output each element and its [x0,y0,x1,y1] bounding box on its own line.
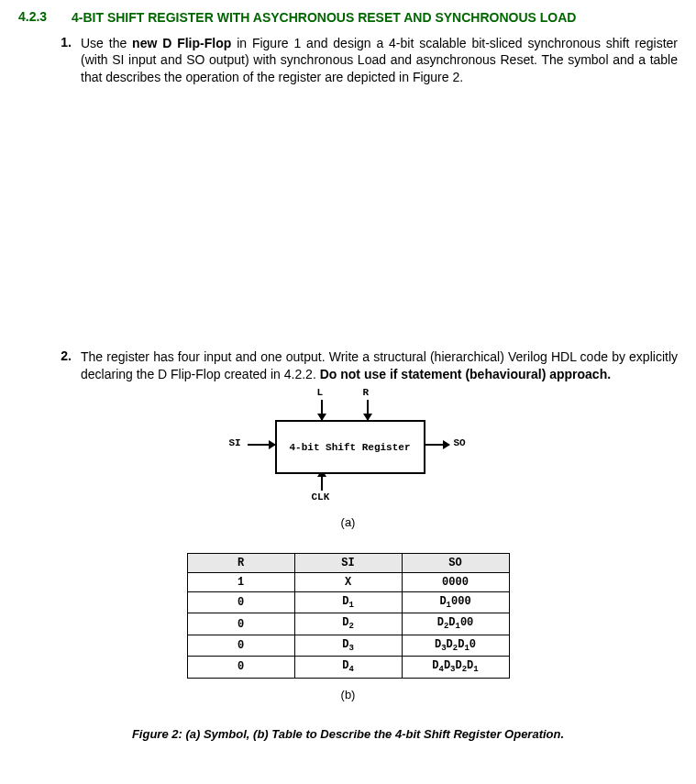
table-cell: D4D3D2D1 [402,657,509,678]
arrow-l [321,400,323,420]
arrow-so [422,444,449,446]
table-cell: 0 [187,613,294,635]
text: Use the [81,36,132,50]
label-si: SI [229,437,241,448]
label-clk: CLK [312,491,330,502]
table-cell: 0 [187,635,294,656]
section-number: 4.2.3 [18,9,72,24]
item-body: The register has four input and one outp… [81,348,678,383]
table-cell: D2 [294,613,402,635]
table-cell: D3D2D10 [402,635,509,656]
table-cell: 0 [187,657,294,678]
sublabel-b: (b) [341,688,356,701]
page: 4.2.3 4-BIT SHIFT REGISTER WITH ASYCHRON… [0,0,696,759]
table-row: 0D4D4D3D2D1 [187,657,509,678]
table-cell: D4 [294,657,402,678]
table-row: 0D3D3D2D10 [187,635,509,656]
arrow-r [367,400,369,420]
list-item-1: 1. Use the new D Flip-Flop in Figure 1 a… [18,35,678,87]
item-body: Use the new D Flip-Flop in Figure 1 and … [81,35,678,87]
bold-text: Do not use if statement (behavioural) ap… [320,367,611,381]
vertical-gap [18,92,678,348]
item-number: 1. [18,35,81,50]
label-r: R [363,387,370,398]
table-row: 0D1D1000 [187,592,509,613]
bold-text: new D Flip-Flop [132,36,231,50]
sublabel-a: (a) [341,515,356,529]
register-box: 4-bit Shift Register [275,420,425,474]
section-heading: 4.2.3 4-BIT SHIFT REGISTER WITH ASYCHRON… [18,9,678,28]
table-cell: 1 [187,573,294,592]
list-item-2: 2. The register has four input and one o… [18,348,678,383]
th-r: R [187,554,294,573]
table-cell: D1 [294,592,402,613]
table-cell: D3 [294,635,402,656]
arrow-si [248,444,275,446]
figure-2: L R SI SO CLK 4-bit Shift Register (a) R… [18,392,678,741]
th-so: SO [402,554,509,573]
table-row: 1X0000 [187,573,509,592]
figure-caption: Figure 2: (a) Symbol, (b) Table to Descr… [132,727,564,741]
truth-table: R SI SO 1X00000D1D10000D2D2D1000D3D3D2D1… [187,553,510,679]
item-number: 2. [18,348,81,363]
label-so: SO [454,437,466,448]
table-cell: D1000 [402,592,509,613]
label-l: L [317,387,324,398]
table-row: 0D2D2D100 [187,613,509,635]
table-cell: 0 [187,592,294,613]
table-cell: 0000 [402,573,509,592]
table-cell: D2D100 [402,613,509,635]
th-si: SI [294,554,402,573]
block-diagram: L R SI SO CLK 4-bit Shift Register [238,392,458,512]
table-cell: X [294,573,402,592]
section-title: 4-BIT SHIFT REGISTER WITH ASYCHRONOUS RE… [72,9,678,28]
table-header-row: R SI SO [187,554,509,573]
